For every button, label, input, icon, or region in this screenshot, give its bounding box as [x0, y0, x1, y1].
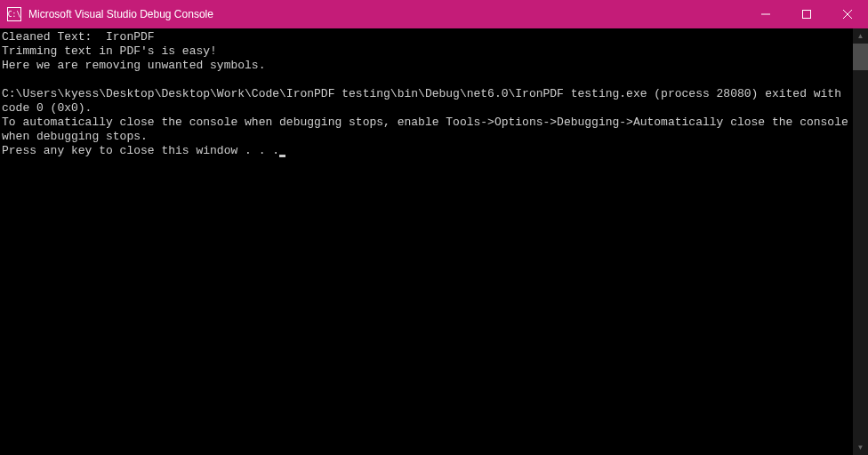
close-button[interactable] [827, 0, 868, 28]
close-icon [843, 10, 852, 19]
vertical-scrollbar[interactable]: ▲ ▼ [853, 28, 868, 455]
console-output[interactable]: Cleaned Text: IronPDF Trimming text in P… [0, 28, 853, 455]
titlebar[interactable]: C:\ Microsoft Visual Studio Debug Consol… [0, 0, 868, 28]
minimize-button[interactable] [745, 0, 786, 28]
maximize-icon [802, 10, 811, 19]
svg-rect-1 [803, 11, 811, 19]
app-icon: C:\ [7, 7, 21, 21]
scroll-up-arrow[interactable]: ▲ [853, 28, 868, 44]
window-title: Microsoft Visual Studio Debug Console [28, 8, 745, 20]
cursor [279, 155, 285, 157]
maximize-button[interactable] [786, 0, 827, 28]
scroll-thumb[interactable] [853, 44, 868, 70]
scroll-down-arrow[interactable]: ▼ [853, 440, 868, 455]
minimize-icon [761, 10, 770, 19]
